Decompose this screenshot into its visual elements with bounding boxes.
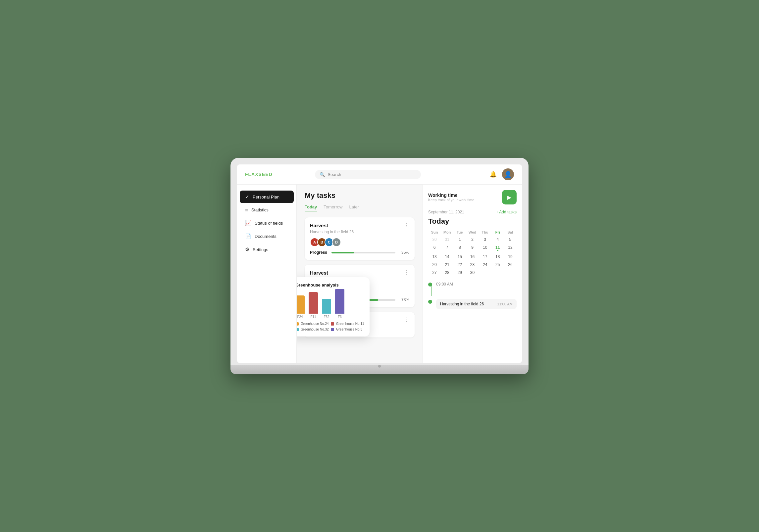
cal-week-2: 13 14 15 16 17 18 19	[428, 253, 517, 261]
cal-week-4: 27 28 29 30	[428, 269, 517, 277]
cal-week-3: 20 21 22 23 24 25 26	[428, 261, 517, 269]
timeline-item-0: 09:00 AM	[428, 282, 517, 295]
bar-f3	[335, 289, 344, 314]
topbar: FLAXSEED 🔍 🔔 👤	[237, 164, 522, 185]
search-icon: 🔍	[320, 172, 325, 177]
progress-bar-1	[331, 252, 395, 253]
sidebar-item-statistics[interactable]: ≡ Statistics	[240, 204, 294, 216]
progress-label-1: Progress	[310, 250, 328, 255]
bar-label-f3: F3	[338, 315, 342, 319]
cal-cell[interactable]: 7	[441, 244, 453, 253]
sidebar-item-personal-plan[interactable]: ✓ Personal Plan	[240, 191, 294, 203]
cal-cell[interactable]: 2	[466, 236, 479, 244]
cal-cell[interactable]: 12	[504, 244, 517, 253]
cal-cell[interactable]: 6	[428, 244, 441, 253]
cal-cell[interactable]: 20	[428, 261, 441, 269]
task-menu-btn-1[interactable]: ⋮	[404, 223, 409, 228]
sidebar-item-settings[interactable]: ⚙ Settings	[240, 243, 294, 256]
cal-cell[interactable]: 29	[453, 269, 466, 277]
laptop-base	[230, 365, 529, 374]
progress-row-1: Progress 35%	[310, 250, 409, 255]
cal-cell[interactable]: 30	[466, 269, 479, 277]
cal-cell[interactable]: 19	[504, 253, 517, 261]
legend-item-0: Greenhouse No.24	[297, 322, 329, 326]
play-button[interactable]: ▶	[502, 190, 517, 204]
cal-cell[interactable]: 15	[453, 253, 466, 261]
greenhouse-popup: Greenhouse analysis F24 F11	[297, 277, 370, 336]
cal-header-mon: Mon	[441, 229, 453, 236]
cal-week-1: 6 7 8 9 10 11 12	[428, 244, 517, 253]
timeline-line-0	[431, 286, 431, 296]
sidebar-item-label-statistics: Statistics	[251, 207, 269, 212]
calendar-header-row: Sun Mon Tue Wed Thu Fri Sat	[428, 229, 517, 236]
notification-bell-icon[interactable]: 🔔	[489, 171, 497, 178]
cal-cell[interactable]: 27	[428, 269, 441, 277]
legend-label-3: Greenhouse No.3	[336, 328, 362, 331]
cal-cell[interactable]: 10	[479, 244, 491, 253]
tab-tomorrow[interactable]: Tomorrow	[324, 204, 342, 211]
main-content: ✓ Personal Plan ≡ Statistics 📈 Status of…	[237, 185, 522, 363]
search-input[interactable]	[328, 172, 416, 177]
task-menu-btn-2[interactable]: ⋮	[404, 270, 409, 275]
bar-f32	[322, 299, 331, 314]
cal-cell[interactable]: 28	[441, 269, 453, 277]
cal-cell[interactable]: 13	[428, 253, 441, 261]
cal-cell[interactable]: 22	[453, 261, 466, 269]
avatar[interactable]: 👤	[502, 168, 514, 180]
timeline-event-name: Harvesting in the field 26	[440, 302, 484, 306]
cal-cell[interactable]: 23	[466, 261, 479, 269]
progress-fill-1	[331, 252, 354, 253]
sidebar: ✓ Personal Plan ≡ Statistics 📈 Status of…	[237, 185, 297, 363]
laptop-notch	[378, 365, 381, 368]
cal-cell[interactable]: 14	[441, 253, 453, 261]
cal-cell[interactable]: 3	[479, 236, 491, 244]
legend-dot-3	[331, 328, 334, 331]
topbar-right: 🔔 👤	[489, 168, 514, 180]
sidebar-item-label-settings: Settings	[253, 247, 268, 252]
cal-cell[interactable]: 17	[479, 253, 491, 261]
statistics-icon: ≡	[245, 207, 248, 213]
tab-later[interactable]: Later	[349, 204, 359, 211]
timeline-dot-1	[428, 300, 432, 304]
timeline: 09:00 AM Harvesting in the field 26 11:0…	[428, 282, 517, 309]
cal-cell[interactable]: 30	[428, 236, 441, 244]
legend-dot-2	[297, 328, 299, 331]
legend-item-3: Greenhouse No.3	[331, 328, 364, 331]
sidebar-item-label-documents: Documents	[255, 234, 277, 239]
timeline-item-1: Harvesting in the field 26 11:00 AM	[428, 299, 517, 309]
cal-cell[interactable]: 4	[491, 236, 504, 244]
cal-week-0: 30 31 1 2 3 4 5	[428, 236, 517, 244]
cal-cell[interactable]: 16	[466, 253, 479, 261]
cal-cell[interactable]: 31	[441, 236, 453, 244]
cal-header-tue: Tue	[453, 229, 466, 236]
legend-label-2: Greenhouse No.32	[301, 328, 329, 331]
cal-cell[interactable]: 21	[441, 261, 453, 269]
sidebar-item-label-status-of-fields: Status of fields	[255, 221, 283, 226]
laptop-frame: FLAXSEED 🔍 🔔 👤 ✓ Personal Plan	[230, 158, 529, 374]
bar-group-f24: F24	[297, 295, 305, 319]
play-icon: ▶	[507, 194, 511, 200]
cal-cell[interactable]: 26	[504, 261, 517, 269]
timeline-event-time: 11:00 AM	[497, 302, 513, 306]
legend-dot-0	[297, 322, 299, 326]
calendar-date-label: September 11, 2021	[428, 210, 464, 214]
bar-label-f24: F24	[297, 315, 303, 319]
sidebar-item-status-of-fields[interactable]: 📈 Status of fields	[240, 217, 294, 229]
sidebar-item-documents[interactable]: 📄 Documents	[240, 230, 294, 243]
tab-today[interactable]: Today	[305, 204, 317, 211]
cal-cell-today[interactable]: 11	[491, 244, 504, 253]
timeline-event-card[interactable]: Harvesting in the field 26 11:00 AM	[436, 299, 517, 309]
cal-header-wed: Wed	[466, 229, 479, 236]
add-tasks-button[interactable]: + Add tasks	[496, 210, 517, 214]
cal-cell[interactable]: 8	[453, 244, 466, 253]
cal-cell[interactable]: 25	[491, 261, 504, 269]
task-menu-btn-3[interactable]: ⋮	[404, 317, 409, 323]
cal-cell[interactable]: 1	[453, 236, 466, 244]
cal-cell[interactable]: 9	[466, 244, 479, 253]
cal-cell[interactable]: 5	[504, 236, 517, 244]
cal-cell[interactable]: 18	[491, 253, 504, 261]
sidebar-item-label-personal-plan: Personal Plan	[253, 195, 279, 200]
cal-header-sat: Sat	[504, 229, 517, 236]
cal-cell[interactable]: 24	[479, 261, 491, 269]
calendar-grid: Sun Mon Tue Wed Thu Fri Sat 30 31 1	[428, 229, 517, 277]
